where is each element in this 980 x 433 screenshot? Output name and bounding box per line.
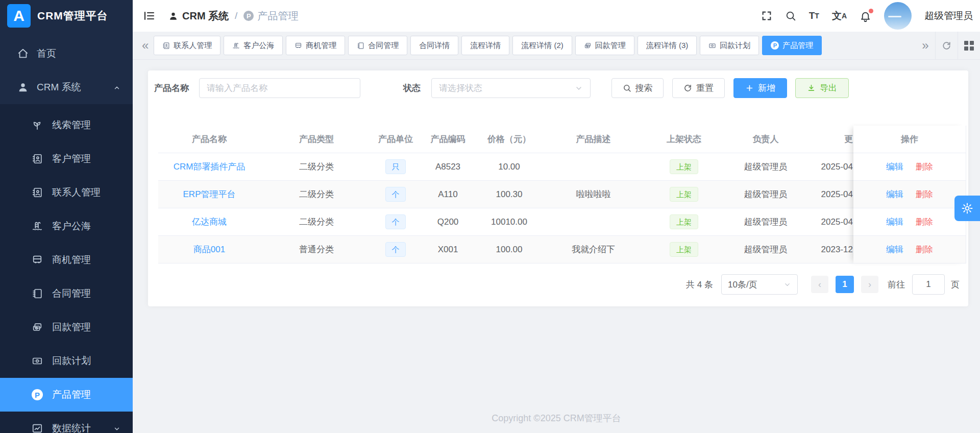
add-button[interactable]: 新增 <box>733 78 787 98</box>
sidebar-submenu: 线索管理 客户管理 联系人管理 客户公海 商机管理 合同管理 <box>0 104 133 433</box>
table-row: ERP管理平台 二级分类 个 A110 100.30 啦啦啦啦 上架 超级管理员… <box>158 181 853 208</box>
sidebar-item-customers[interactable]: 客户管理 <box>0 142 133 176</box>
search-button-label: 搜索 <box>635 82 653 94</box>
table-fixed-actions-column: 操作 编辑 删除 编辑 删除 编辑 删除 编辑 删除 <box>853 126 966 263</box>
tab-payments[interactable]: 回款管理 <box>575 36 634 55</box>
current-page[interactable]: 1 <box>836 276 854 293</box>
product-name-label: 产品名称 <box>154 78 189 98</box>
product-name-link[interactable]: 商品001 <box>193 245 225 254</box>
sidebar-item-contracts[interactable]: 合同管理 <box>0 277 133 310</box>
avatar[interactable] <box>884 2 912 30</box>
product-price: 100.30 <box>477 189 541 200</box>
search-button[interactable]: 搜索 <box>611 78 664 98</box>
product-name-link[interactable]: CRM部署插件产品 <box>174 162 246 172</box>
reset-button[interactable]: 重置 <box>672 78 725 98</box>
product-desc: 啦啦啦啦 <box>541 188 646 200</box>
product-price: 100.00 <box>477 245 541 255</box>
tabs-scroll-right-icon[interactable]: » <box>916 32 935 59</box>
edit-link[interactable]: 编辑 <box>886 188 903 200</box>
sidebar-item-leads[interactable]: 线索管理 <box>0 108 133 142</box>
sidebar-item-contacts[interactable]: 联系人管理 <box>0 176 133 209</box>
tab-contacts[interactable]: 联系人管理 <box>154 36 220 55</box>
product-owner: 超级管理员 <box>722 216 809 228</box>
tab-payment-plan[interactable]: 回款计划 <box>700 36 759 55</box>
product-updated: 2025-04 <box>809 217 853 227</box>
edit-link[interactable]: 编辑 <box>886 216 903 228</box>
col-product-code: 产品编码 <box>419 133 477 145</box>
refresh-icon[interactable] <box>935 32 958 59</box>
prev-page-button[interactable]: ‹ <box>811 276 828 293</box>
delete-link[interactable]: 删除 <box>916 188 933 200</box>
chevron-down-icon <box>113 425 120 432</box>
product-code: A8523 <box>419 162 477 172</box>
product-name-link[interactable]: ERP管理平台 <box>183 189 236 199</box>
content: 产品名称 状态 请选择状态 搜索 重置 新增 导出 <box>133 60 980 433</box>
tab-public-sea[interactable]: 客户公海 <box>224 36 283 55</box>
edit-link[interactable]: 编辑 <box>886 244 903 255</box>
fullscreen-icon[interactable] <box>761 10 772 21</box>
notifications-bell-icon[interactable] <box>860 10 871 22</box>
export-button[interactable]: 导出 <box>795 78 849 98</box>
export-button-label: 导出 <box>820 82 837 94</box>
tab-label: 流程详情 (3) <box>646 41 689 51</box>
tab-opportunities[interactable]: 商机管理 <box>286 36 345 55</box>
chart-icon <box>32 423 43 433</box>
reset-button-label: 重置 <box>696 82 714 94</box>
product-type: 二级分类 <box>260 216 373 228</box>
language-icon[interactable]: 文A <box>832 9 847 22</box>
sidebar-item-crm-system[interactable]: CRM 系统 <box>0 70 133 104</box>
tab-process-detail-2[interactable]: 流程详情 (2) <box>512 36 572 55</box>
tab-label: 产品管理 <box>782 41 813 51</box>
unit-tag: 个 <box>385 214 406 229</box>
tabs-scroll-left-icon[interactable]: « <box>139 39 152 52</box>
tab-label: 回款计划 <box>720 41 750 51</box>
settings-gear-button[interactable] <box>954 196 980 221</box>
sidebar-item-home[interactable]: 首页 <box>0 37 133 70</box>
row-actions: 编辑 删除 <box>853 208 966 236</box>
sidebar: A CRM管理平台 首页 CRM 系统 线索管理 客户管理 联系人管理 <box>0 0 133 433</box>
chevron-down-icon <box>783 281 791 288</box>
sidebar-item-payment-plan[interactable]: 回款计划 <box>0 344 133 378</box>
collapse-sidebar-icon[interactable] <box>143 10 155 22</box>
col-updated: 更 <box>809 133 853 145</box>
p-circle-icon: P <box>771 41 779 50</box>
delete-link[interactable]: 删除 <box>916 216 933 228</box>
layout-grid-icon[interactable] <box>958 32 980 59</box>
search-icon <box>623 84 631 92</box>
edit-link[interactable]: 编辑 <box>886 161 903 173</box>
chevron-up-icon <box>113 84 120 91</box>
delete-link[interactable]: 删除 <box>916 161 933 173</box>
sidebar-item-opportunities[interactable]: 商机管理 <box>0 243 133 277</box>
next-page-button[interactable]: › <box>861 276 878 293</box>
tab-contract-detail[interactable]: 合同详情 <box>410 36 458 55</box>
chevron-down-icon <box>575 84 583 92</box>
product-type: 二级分类 <box>260 161 373 173</box>
page-size-select[interactable]: 10条/页 <box>721 274 798 295</box>
product-updated: 2025-04 <box>809 162 853 172</box>
address-book-icon <box>162 42 170 50</box>
pool-icon <box>32 221 43 232</box>
breadcrumb-section[interactable]: CRM 系统 <box>182 9 229 23</box>
tab-process-detail-3[interactable]: 流程详情 (3) <box>638 36 697 55</box>
status-label: 状态 <box>403 78 421 98</box>
sidebar-item-products[interactable]: P 产品管理 <box>0 378 133 412</box>
refresh-icon <box>683 84 692 92</box>
goto-page-input[interactable] <box>912 274 945 295</box>
tab-process-detail[interactable]: 流程详情 <box>461 36 509 55</box>
add-button-label: 新增 <box>758 82 775 94</box>
product-name-input[interactable] <box>199 78 360 98</box>
user-name[interactable]: 超级管理员 <box>924 9 973 22</box>
sidebar-item-payments[interactable]: 回款管理 <box>0 310 133 344</box>
sidebar-item-statistics[interactable]: 数据统计 <box>0 412 133 433</box>
search-icon[interactable] <box>785 10 796 21</box>
font-size-icon[interactable]: TT <box>809 10 819 21</box>
product-name-link[interactable]: 亿达商城 <box>192 217 227 227</box>
tab-contracts[interactable]: 合同管理 <box>348 36 407 55</box>
tab-products[interactable]: P 产品管理 <box>762 36 822 55</box>
product-updated: 2025-04 <box>809 189 853 200</box>
status-select[interactable]: 请选择状态 <box>431 78 591 98</box>
download-icon <box>807 84 816 92</box>
delete-link[interactable]: 删除 <box>916 244 933 255</box>
tab-label: 联系人管理 <box>174 41 212 51</box>
sidebar-item-public-sea[interactable]: 客户公海 <box>0 209 133 243</box>
